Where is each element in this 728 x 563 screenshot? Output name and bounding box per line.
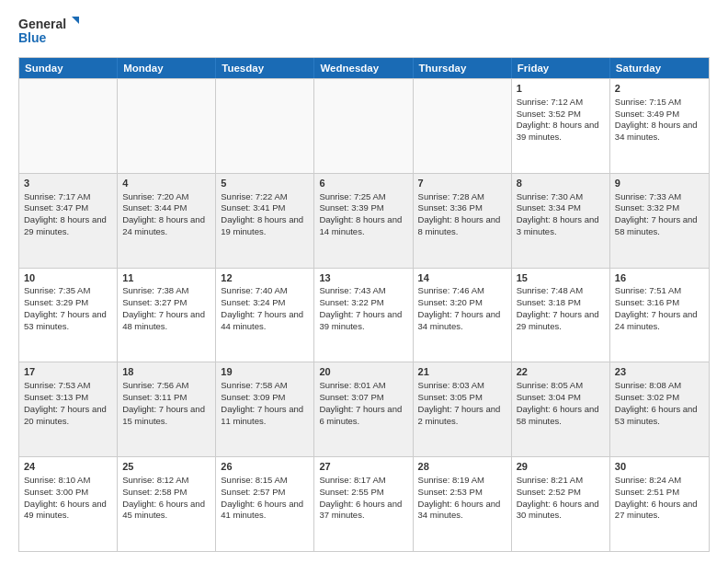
empty-cell xyxy=(414,79,512,173)
day-cell-14: 14Sunrise: 7:46 AMSunset: 3:20 PMDayligh… xyxy=(414,269,512,362)
day-info: Daylight: 6 hours and 41 minutes. xyxy=(221,499,309,523)
day-info: Daylight: 8 hours and 39 minutes. xyxy=(517,120,605,144)
day-info: Sunset: 2:58 PM xyxy=(122,487,210,499)
day-info: Sunrise: 8:12 AM xyxy=(122,475,210,487)
day-cell-9: 9Sunrise: 7:33 AMSunset: 3:32 PMDaylight… xyxy=(610,174,709,268)
header-cell-wednesday: Wednesday xyxy=(314,58,413,78)
day-info: Sunrise: 7:12 AM xyxy=(517,97,605,109)
day-number: 28 xyxy=(418,460,506,474)
empty-cell xyxy=(19,79,118,173)
day-info: Sunset: 3:29 PM xyxy=(24,297,112,309)
day-number: 3 xyxy=(24,177,112,190)
day-info: Sunrise: 7:43 AM xyxy=(319,285,407,297)
day-cell-26: 26Sunrise: 8:15 AMSunset: 2:57 PMDayligh… xyxy=(216,457,314,551)
day-cell-4: 4Sunrise: 7:20 AMSunset: 3:44 PMDaylight… xyxy=(118,174,216,268)
day-info: Daylight: 7 hours and 39 minutes. xyxy=(319,309,407,333)
header-cell-tuesday: Tuesday xyxy=(216,58,314,78)
empty-cell xyxy=(314,79,413,173)
day-cell-16: 16Sunrise: 7:51 AMSunset: 3:16 PMDayligh… xyxy=(610,269,709,362)
day-number: 7 xyxy=(418,177,506,190)
day-info: Sunset: 3:39 PM xyxy=(319,202,407,214)
day-cell-17: 17Sunrise: 7:53 AMSunset: 3:13 PMDayligh… xyxy=(19,362,118,456)
day-info: Sunrise: 7:38 AM xyxy=(122,285,210,297)
day-info: Sunset: 3:16 PM xyxy=(615,297,704,309)
day-cell-19: 19Sunrise: 7:58 AMSunset: 3:09 PMDayligh… xyxy=(216,362,314,456)
day-info: Daylight: 7 hours and 48 minutes. xyxy=(122,309,210,333)
day-number: 25 xyxy=(122,460,210,474)
day-info: Daylight: 7 hours and 20 minutes. xyxy=(24,404,112,428)
day-info: Sunrise: 7:33 AM xyxy=(615,191,704,203)
day-cell-12: 12Sunrise: 7:40 AMSunset: 3:24 PMDayligh… xyxy=(216,269,314,362)
day-cell-18: 18Sunrise: 7:56 AMSunset: 3:11 PMDayligh… xyxy=(118,362,216,456)
day-cell-29: 29Sunrise: 8:21 AMSunset: 2:52 PMDayligh… xyxy=(512,457,610,551)
day-info: Sunset: 3:18 PM xyxy=(517,297,605,309)
day-info: Sunset: 3:07 PM xyxy=(319,392,407,404)
day-info: Sunrise: 8:03 AM xyxy=(418,380,506,392)
day-info: Sunset: 3:05 PM xyxy=(418,392,506,404)
day-cell-10: 10Sunrise: 7:35 AMSunset: 3:29 PMDayligh… xyxy=(19,269,118,362)
day-number: 29 xyxy=(517,460,605,474)
day-info: Sunrise: 7:15 AM xyxy=(615,97,704,109)
day-info: Sunrise: 8:24 AM xyxy=(615,475,704,487)
day-cell-6: 6Sunrise: 7:25 AMSunset: 3:39 PMDaylight… xyxy=(314,174,413,268)
day-info: Daylight: 7 hours and 2 minutes. xyxy=(418,404,506,428)
day-info: Sunrise: 8:21 AM xyxy=(517,475,605,487)
day-info: Daylight: 6 hours and 34 minutes. xyxy=(418,499,506,523)
day-info: Sunset: 3:22 PM xyxy=(319,297,407,309)
day-info: Sunrise: 7:35 AM xyxy=(24,285,112,297)
day-info: Daylight: 7 hours and 6 minutes. xyxy=(319,404,407,428)
day-number: 30 xyxy=(615,460,704,474)
day-cell-11: 11Sunrise: 7:38 AMSunset: 3:27 PMDayligh… xyxy=(118,269,216,362)
calendar-row-3: 17Sunrise: 7:53 AMSunset: 3:13 PMDayligh… xyxy=(19,362,709,456)
calendar-body: 1Sunrise: 7:12 AMSunset: 3:52 PMDaylight… xyxy=(19,78,709,551)
day-cell-30: 30Sunrise: 8:24 AMSunset: 2:51 PMDayligh… xyxy=(610,457,709,551)
day-number: 4 xyxy=(122,177,210,190)
day-number: 23 xyxy=(615,365,704,379)
day-info: Sunset: 2:55 PM xyxy=(319,487,407,499)
day-number: 22 xyxy=(517,365,605,379)
day-cell-20: 20Sunrise: 8:01 AMSunset: 3:07 PMDayligh… xyxy=(314,362,413,456)
day-info: Daylight: 8 hours and 3 minutes. xyxy=(517,214,605,238)
day-cell-7: 7Sunrise: 7:28 AMSunset: 3:36 PMDaylight… xyxy=(414,174,512,268)
day-cell-5: 5Sunrise: 7:22 AMSunset: 3:41 PMDaylight… xyxy=(216,174,314,268)
day-info: Sunset: 3:41 PM xyxy=(221,202,309,214)
day-cell-23: 23Sunrise: 8:08 AMSunset: 3:02 PMDayligh… xyxy=(610,362,709,456)
day-info: Daylight: 8 hours and 14 minutes. xyxy=(319,214,407,238)
day-info: Sunrise: 7:30 AM xyxy=(517,191,605,203)
day-info: Sunrise: 8:17 AM xyxy=(319,475,407,487)
day-info: Sunset: 2:51 PM xyxy=(615,487,704,499)
day-info: Daylight: 7 hours and 29 minutes. xyxy=(517,309,605,333)
day-info: Sunrise: 8:08 AM xyxy=(615,380,704,392)
day-info: Sunset: 3:02 PM xyxy=(615,392,704,404)
day-number: 20 xyxy=(319,365,407,379)
day-info: Sunrise: 7:58 AM xyxy=(221,380,309,392)
day-info: Sunset: 3:36 PM xyxy=(418,202,506,214)
day-info: Daylight: 7 hours and 15 minutes. xyxy=(122,404,210,428)
day-info: Sunrise: 7:56 AM xyxy=(122,380,210,392)
day-info: Daylight: 8 hours and 24 minutes. xyxy=(122,214,210,238)
day-info: Daylight: 6 hours and 37 minutes. xyxy=(319,499,407,523)
header-cell-saturday: Saturday xyxy=(610,58,709,78)
day-info: Sunset: 3:52 PM xyxy=(517,109,605,121)
day-info: Daylight: 6 hours and 45 minutes. xyxy=(122,499,210,523)
day-info: Daylight: 6 hours and 49 minutes. xyxy=(24,499,112,523)
header-cell-thursday: Thursday xyxy=(414,58,512,78)
day-number: 26 xyxy=(221,460,309,474)
day-info: Sunset: 3:13 PM xyxy=(24,392,112,404)
day-number: 16 xyxy=(615,271,704,285)
day-number: 21 xyxy=(418,365,506,379)
day-info: Sunrise: 7:20 AM xyxy=(122,191,210,203)
empty-cell xyxy=(216,79,314,173)
day-info: Daylight: 8 hours and 19 minutes. xyxy=(221,214,309,238)
day-cell-28: 28Sunrise: 8:19 AMSunset: 2:53 PMDayligh… xyxy=(414,457,512,551)
day-info: Sunrise: 7:25 AM xyxy=(319,191,407,203)
day-info: Daylight: 6 hours and 53 minutes. xyxy=(615,404,704,428)
day-number: 1 xyxy=(517,82,605,96)
day-number: 24 xyxy=(24,460,112,474)
day-info: Sunset: 2:52 PM xyxy=(517,487,605,499)
day-cell-22: 22Sunrise: 8:05 AMSunset: 3:04 PMDayligh… xyxy=(512,362,610,456)
day-info: Daylight: 7 hours and 34 minutes. xyxy=(418,309,506,333)
day-info: Sunset: 2:57 PM xyxy=(221,487,309,499)
day-number: 14 xyxy=(418,271,506,285)
day-info: Daylight: 6 hours and 30 minutes. xyxy=(517,499,605,523)
